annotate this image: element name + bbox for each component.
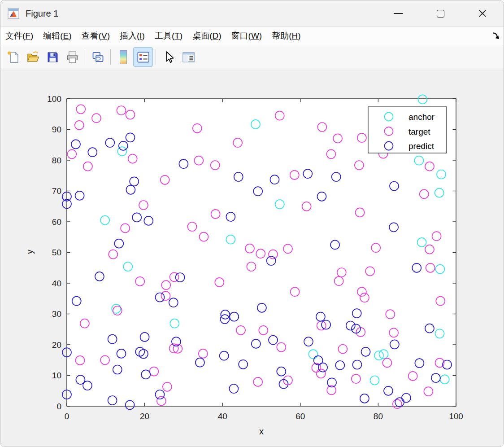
new-figure-button[interactable] [3, 47, 23, 67]
open-file-button[interactable] [23, 47, 43, 67]
y-tick-label: 60 [52, 217, 61, 227]
dock-figure-arrow-icon[interactable] [491, 31, 501, 41]
x-tick-label: 20 [140, 412, 149, 421]
minimize-button[interactable] [390, 5, 407, 22]
x-tick-label: 80 [374, 412, 383, 421]
y-tick-label: 90 [52, 125, 61, 134]
toolbar-separator [110, 49, 111, 65]
save-figure-button[interactable] [43, 47, 62, 67]
insert-colorbar-button[interactable] [113, 47, 133, 67]
figure-canvas: 0204060801000102030405060708090100 x y a… [0, 69, 504, 447]
insert-legend-icon [136, 50, 150, 64]
link-plot-button[interactable] [88, 47, 108, 67]
window-controls [390, 0, 491, 26]
matlab-app-icon [8, 8, 19, 19]
menu-item-window[interactable]: 窗口(W) [226, 30, 267, 42]
window-title: Figure 1 [26, 9, 58, 19]
y-axis-label: y [25, 250, 35, 254]
menu-bar: 文件(F) 编辑(E) 查看(V) 插入(I) 工具(T) 桌面(D) 窗口(W… [0, 26, 504, 45]
new-figure-icon [6, 50, 20, 64]
minimize-icon [394, 13, 403, 14]
y-tick-label: 0 [56, 402, 61, 411]
toolbar-separator [85, 49, 85, 65]
link-plot-icon [91, 50, 105, 64]
x-tick-label: 0 [65, 412, 70, 421]
legend[interactable]: anchor target predict [368, 107, 447, 153]
property-inspector-button[interactable] [178, 47, 198, 67]
insert-legend-button[interactable] [133, 47, 153, 67]
y-tick-label: 80 [52, 156, 61, 165]
y-tick-label: 100 [47, 94, 61, 104]
title-bar: Figure 1 [0, 0, 504, 26]
menu-item-insert[interactable]: 插入(I) [115, 30, 150, 42]
y-tick-label: 70 [52, 186, 61, 196]
legend-label-predict: predict [408, 141, 434, 151]
property-inspector-icon [182, 50, 196, 64]
maximize-button[interactable] [432, 5, 449, 22]
y-tick-label: 30 [52, 309, 61, 319]
menu-item-edit[interactable]: 编辑(E) [38, 30, 76, 42]
legend-label-target: target [408, 127, 430, 136]
x-tick-label: 60 [295, 412, 305, 421]
close-icon [478, 9, 487, 18]
x-axis-label: x [259, 426, 264, 436]
maximize-icon [437, 10, 444, 18]
edit-plot-cursor-icon [162, 50, 176, 64]
menu-item-desktop[interactable]: 桌面(D) [187, 30, 226, 42]
x-tick-label: 100 [449, 412, 463, 421]
print-figure-icon [65, 50, 79, 64]
menu-item-tools[interactable]: 工具(T) [150, 30, 187, 42]
menu-item-view[interactable]: 查看(V) [77, 30, 115, 42]
insert-colorbar-icon [120, 50, 127, 64]
open-file-icon [26, 50, 40, 64]
toolbar-separator [156, 49, 156, 65]
y-tick-label: 50 [52, 248, 61, 257]
x-tick-label: 40 [218, 412, 227, 421]
edit-plot-button[interactable] [159, 47, 178, 67]
menu-item-file[interactable]: 文件(F) [0, 30, 38, 42]
legend-label-anchor: anchor [408, 112, 435, 122]
save-figure-icon [46, 50, 60, 64]
y-tick-label: 10 [52, 371, 61, 380]
print-figure-button[interactable] [62, 47, 82, 67]
legend-box [368, 107, 447, 153]
y-tick-label: 20 [52, 340, 61, 350]
plot-svg: 0204060801000102030405060708090100 x y a… [0, 69, 504, 447]
close-button[interactable] [474, 5, 491, 22]
y-tick-label: 40 [52, 279, 61, 288]
figure-window: Figure 1 文件(F) 编辑(E) 查看(V) 插入(I) 工具(T) 桌… [0, 0, 504, 447]
figure-toolbar [0, 45, 504, 69]
menu-item-help[interactable]: 帮助(H) [267, 30, 305, 42]
